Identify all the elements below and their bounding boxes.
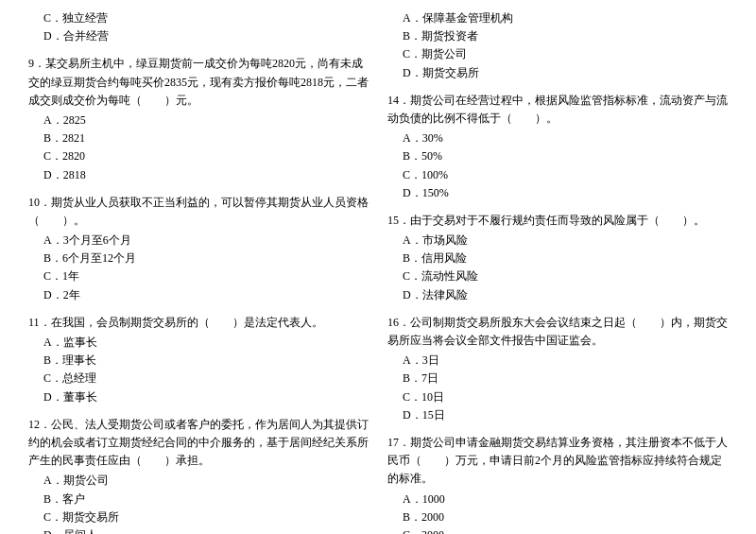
question-cd-block: C．独立经营 D．合并经营: [28, 9, 369, 45]
q12-option-b: B．客户: [28, 491, 369, 508]
q14-option-a: A．30%: [387, 129, 728, 147]
question-13-options-block: A．保障基金管理机构 B．期货投资者 C．期货公司 D．期货交易所: [387, 9, 728, 82]
question-9-block: 9．某交易所主机中，绿豆期货前一成交价为每吨2820元，尚有未成交的绿豆期货合约…: [28, 55, 369, 183]
q10-option-b: B．6个月至12个月: [28, 250, 369, 267]
q12-option-a: A．期货公司: [28, 472, 369, 490]
q13-option-c: C．期货公司: [387, 45, 728, 63]
question-10-block: 10．期货从业人员获取不正当利益的，可以暂停其期货从业人员资格（ ）。 A．3个…: [28, 194, 369, 304]
q11-option-c: C．总经理: [28, 370, 369, 388]
question-12-block: 12．公民、法人受期货公司或者客户的委托，作为居间人为其提供订约的机会或者订立期…: [28, 416, 369, 534]
question-16-text: 16．公司制期货交易所股东大会会议结束之日起（ ）内，期货交易所应当将会议全部文…: [387, 314, 728, 350]
q9-option-b: B．2821: [28, 129, 369, 147]
q15-option-a: A．市场风险: [387, 232, 728, 250]
q16-option-b: B．7日: [387, 370, 728, 388]
left-column: C．独立经营 D．合并经营 9．某交易所主机中，绿豆期货前一成交价为每吨2820…: [28, 9, 369, 534]
question-14-text: 14．期货公司在经营过程中，根据风险监管指标标准，流动资产与流动负债的比例不得低…: [387, 92, 728, 128]
question-15-text: 15．由于交易对于不履行规约责任而导致的风险属于（ ）。: [387, 212, 728, 230]
q9-option-d: D．2818: [28, 166, 369, 184]
q17-option-c: C．3000: [387, 526, 728, 534]
q15-option-d: D．法律风险: [387, 286, 728, 304]
question-12-text: 12．公民、法人受期货公司或者客户的委托，作为居间人为其提供订约的机会或者订立期…: [28, 416, 369, 471]
q13-option-a: A．保障基金管理机构: [387, 9, 728, 27]
question-15-block: 15．由于交易对于不履行规约责任而导致的风险属于（ ）。 A．市场风险 B．信用…: [387, 212, 728, 304]
question-16-block: 16．公司制期货交易所股东大会会议结束之日起（ ）内，期货交易所应当将会议全部文…: [387, 314, 728, 424]
q11-option-d: D．董事长: [28, 388, 369, 406]
q9-option-c: C．2820: [28, 147, 369, 165]
q10-option-a: A．3个月至6个月: [28, 232, 369, 250]
q17-option-a: A．1000: [387, 491, 728, 508]
q16-option-a: A．3日: [387, 352, 728, 370]
page-content: C．独立经营 D．合并经营 9．某交易所主机中，绿豆期货前一成交价为每吨2820…: [28, 9, 728, 534]
q10-option-d: D．2年: [28, 286, 369, 304]
q14-option-c: C．100%: [387, 166, 728, 184]
question-11-block: 11．在我国，会员制期货交易所的（ ）是法定代表人。 A．监事长 B．理事长 C…: [28, 314, 369, 406]
q10-option-c: C．1年: [28, 267, 369, 285]
question-17-text: 17．期货公司申请金融期货交易结算业务资格，其注册资本不低于人民币（ ）万元，申…: [387, 434, 728, 489]
q15-option-c: C．流动性风险: [387, 267, 728, 285]
q12-option-c: C．期货交易所: [28, 508, 369, 526]
q17-option-b: B．2000: [387, 508, 728, 526]
question-9-text: 9．某交易所主机中，绿豆期货前一成交价为每吨2820元，尚有未成交的绿豆期货合约…: [28, 55, 369, 110]
option-d: D．合并经营: [28, 27, 369, 45]
q12-option-d: D．居间人: [28, 526, 369, 534]
q13-option-b: B．期货投资者: [387, 27, 728, 45]
q11-option-a: A．监事长: [28, 334, 369, 352]
right-column: A．保障基金管理机构 B．期货投资者 C．期货公司 D．期货交易所 14．期货公…: [387, 9, 728, 534]
q14-option-d: D．150%: [387, 184, 728, 202]
q13-option-d: D．期货交易所: [387, 64, 728, 82]
q14-option-b: B．50%: [387, 147, 728, 165]
question-10-text: 10．期货从业人员获取不正当利益的，可以暂停其期货从业人员资格（ ）。: [28, 194, 369, 230]
q16-option-d: D．15日: [387, 406, 728, 424]
q15-option-b: B．信用风险: [387, 250, 728, 267]
question-14-block: 14．期货公司在经营过程中，根据风险监管指标标准，流动资产与流动负债的比例不得低…: [387, 92, 728, 202]
question-11-text: 11．在我国，会员制期货交易所的（ ）是法定代表人。: [28, 314, 369, 332]
option-c: C．独立经营: [28, 9, 369, 27]
q11-option-b: B．理事长: [28, 352, 369, 370]
question-17-block: 17．期货公司申请金融期货交易结算业务资格，其注册资本不低于人民币（ ）万元，申…: [387, 434, 728, 534]
q16-option-c: C．10日: [387, 388, 728, 406]
q9-option-a: A．2825: [28, 112, 369, 129]
